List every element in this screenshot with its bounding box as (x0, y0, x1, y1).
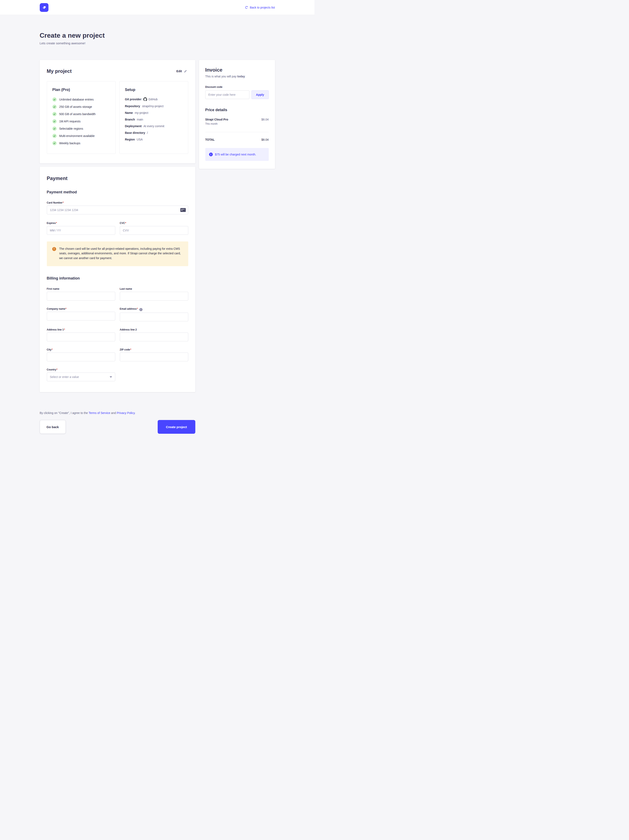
invoice-title: Invoice (205, 67, 269, 73)
credit-card-icon (180, 208, 186, 212)
expires-input[interactable] (47, 226, 115, 235)
required-asterisk: * (56, 222, 57, 224)
card-usage-warning: ! The chosen card will be used for all p… (47, 242, 188, 266)
strapi-logo[interactable] (40, 3, 49, 12)
country-field-group: Country* Select or enter a value (47, 368, 115, 381)
edit-project-button[interactable]: Edit (175, 69, 188, 73)
required-asterisk: * (130, 348, 131, 351)
setup-row-label: Git provider (125, 98, 142, 101)
setup-row-name: Name my-project (125, 111, 183, 114)
invoice-subtitle-today: today (237, 75, 245, 78)
setup-row-value: At every commit (143, 125, 164, 128)
payment-title: Payment (47, 175, 188, 181)
go-back-button[interactable]: Go back (40, 420, 66, 434)
plan-feature: 1M API requests (52, 119, 110, 123)
address-line1-input[interactable] (47, 333, 115, 341)
first-name-label: First name (47, 287, 60, 291)
terms-of-service-link[interactable]: Terms of Service (88, 411, 110, 415)
back-link-label: Back to projects list (250, 6, 275, 9)
required-asterisk: * (63, 201, 64, 204)
field-spacer (120, 361, 188, 381)
email-label: Email address*i (120, 307, 142, 311)
page-subtitle: Lets create something awesome! (40, 41, 275, 45)
address-line2-label: Address line 2 (120, 328, 137, 331)
city-field-group: City* (47, 347, 115, 361)
create-project-button[interactable]: Create project (158, 420, 195, 434)
line-item-amount: $8.04 (261, 118, 268, 121)
zip-code-input[interactable] (120, 352, 188, 361)
invoice-divider (205, 132, 269, 132)
setup-row-value: strapi/my-project (142, 104, 164, 108)
company-name-field-group: Company name* (47, 307, 115, 321)
plan-feature-label: Unlimited database entries (59, 98, 94, 101)
cvc-label: CVC* (120, 222, 126, 224)
check-circle-icon (52, 141, 57, 145)
agreement-and: and (110, 411, 117, 415)
address-line2-field-group: Address line 2 (120, 328, 188, 341)
first-name-field-group: First name (47, 287, 115, 300)
discount-code-input[interactable] (205, 90, 249, 99)
zip-code-label: ZIP code* (120, 348, 131, 351)
address-line2-input[interactable] (120, 333, 188, 341)
check-circle-icon (52, 126, 57, 131)
last-name-field-group: Last name (120, 287, 188, 300)
first-name-input[interactable] (47, 292, 115, 300)
payment-card: Payment Payment method Card Number* Expi… (40, 167, 195, 392)
setup-row-repository: Repository strapi/my-project (125, 104, 183, 108)
setup-row-value: my-project (135, 111, 148, 114)
plan-feature: Weekly backups (52, 141, 110, 145)
setup-row-label: Branch (125, 118, 135, 121)
plan-feature: Selectable regions (52, 126, 110, 131)
required-asterisk: * (64, 328, 65, 331)
city-input[interactable] (47, 352, 115, 361)
setup-row-label: Name (125, 111, 133, 114)
email-input[interactable] (120, 313, 188, 321)
required-asterisk: * (137, 307, 138, 310)
city-label: City* (47, 348, 53, 351)
plan-feature: Multi-environment available (52, 134, 110, 138)
plan-feature-label: Multi-environment available (59, 134, 95, 137)
check-circle-icon (52, 112, 57, 116)
card-number-label: Card Number* (47, 201, 64, 204)
last-name-input[interactable] (120, 292, 188, 300)
invoice-total-row: TOTAL $8.04 (205, 138, 269, 141)
company-name-label: Company name* (47, 307, 66, 310)
page-title: Create a new project (40, 32, 275, 39)
pencil-icon (184, 70, 187, 73)
country-select[interactable]: Select or enter a value (47, 373, 115, 381)
privacy-policy-link[interactable]: Privacy Policy (117, 411, 135, 415)
setup-row-label: Region (125, 138, 135, 141)
setup-row-region: Region USA (125, 138, 183, 141)
info-circle-icon[interactable]: i (139, 308, 142, 311)
agreement-prefix: By clicking on "Create", I agree to the (40, 411, 88, 415)
invoice-subtitle-prefix: This is what you will pay (205, 75, 237, 78)
apply-discount-button[interactable]: Apply (251, 90, 269, 99)
email-field-group: Email address*i (120, 307, 188, 321)
setup-row-label: Repository (125, 104, 140, 108)
setup-row-base-directory: Base directory / (125, 131, 183, 134)
back-to-projects-link[interactable]: Back to projects list (245, 6, 275, 9)
next-month-charge-note: i $75 will be charged next month. (205, 148, 269, 161)
setup-box-title: Setup (125, 88, 183, 92)
setup-row-label: Base directory (125, 131, 145, 134)
zip-code-field-group: ZIP code* (120, 347, 188, 361)
card-number-input[interactable] (47, 205, 188, 215)
top-bar: Back to projects list (0, 0, 314, 15)
edit-button-label: Edit (177, 69, 182, 73)
company-name-input[interactable] (47, 312, 115, 321)
price-details-title: Price details (205, 108, 269, 112)
required-asterisk: * (66, 307, 66, 310)
setup-row-value: GitHub (148, 98, 158, 101)
invoice-line-item: Strapi Cloud Pro This month $8.04 (205, 118, 269, 125)
check-circle-icon (52, 119, 57, 123)
invoice-card: Invoice This is what you will pay today … (199, 60, 275, 169)
last-name-label: Last name (120, 287, 132, 291)
setup-row-deployment: Deployment At every commit (125, 125, 183, 128)
plan-feature: 250 GB of assets storage (52, 105, 110, 109)
expires-label: Expires* (47, 222, 57, 224)
project-card-title: My project (47, 68, 72, 74)
github-icon (143, 97, 147, 101)
cvc-input[interactable] (120, 226, 188, 235)
check-circle-icon (52, 105, 57, 109)
required-asterisk: * (125, 222, 126, 224)
